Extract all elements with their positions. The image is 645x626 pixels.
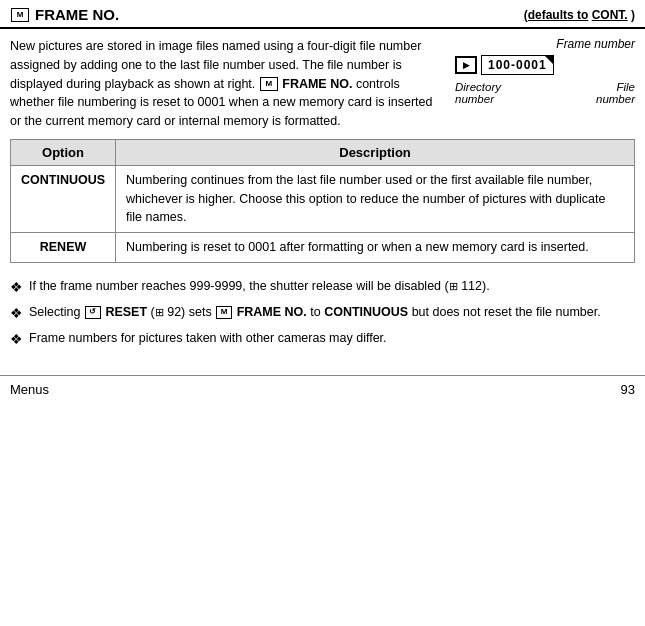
note-text-3: Frame numbers for pictures taken with ot…: [29, 329, 635, 350]
footer-menus: Menus: [10, 382, 49, 397]
note-3: ❖ Frame numbers for pictures taken with …: [10, 329, 635, 350]
option-description-cell: Numbering continues from the last file n…: [116, 165, 635, 232]
header-defaults: (defaults to CONT. ): [524, 8, 635, 22]
intro-text: New pictures are stored in image files n…: [10, 37, 445, 131]
file-label: File number: [596, 81, 635, 105]
frame-display: ▶ 100-0001: [455, 55, 554, 75]
inline-frame-icon: M: [260, 77, 278, 91]
col-description: Description: [116, 139, 635, 165]
header-title-group: M FRAME NO.: [10, 6, 119, 23]
frame-diagram: Frame number ▶ 100-0001 Directory number…: [455, 37, 635, 131]
diagram-labels: Directory number File number: [455, 81, 635, 105]
intro-section: New pictures are stored in image files n…: [0, 29, 645, 139]
frame-number-label: Frame number: [455, 37, 635, 51]
option-name-cell: CONTINUOUS: [11, 165, 116, 232]
playback-icon: ▶: [455, 56, 477, 74]
note-bullet-3: ❖: [10, 329, 23, 350]
note-2: ❖ Selecting ↺ RESET (⊞ 92) sets M FRAME …: [10, 303, 635, 324]
notes-section: ❖ If the frame number reaches 999-9999, …: [0, 273, 645, 365]
col-option: Option: [11, 139, 116, 165]
note-text-2: Selecting ↺ RESET (⊞ 92) sets M FRAME NO…: [29, 303, 635, 324]
reset-icon: ↺: [85, 306, 101, 319]
page-title: FRAME NO.: [35, 6, 119, 23]
frame-number-value: 100-0001: [481, 55, 554, 75]
directory-label: Directory number: [455, 81, 501, 105]
options-table: Option Description CONTINUOUSNumbering c…: [10, 139, 635, 263]
note-1: ❖ If the frame number reaches 999-9999, …: [10, 277, 635, 298]
page-header: M FRAME NO. (defaults to CONT. ): [0, 0, 645, 29]
frame-no-icon-2: M: [216, 306, 232, 319]
footer-page-number: 93: [621, 382, 635, 397]
option-description-cell: Numbering is reset to 0001 after formatt…: [116, 233, 635, 263]
note-bullet-2: ❖: [10, 303, 23, 324]
frame-no-icon: M: [11, 8, 29, 22]
note-text-1: If the frame number reaches 999-9999, th…: [29, 277, 635, 298]
note-bullet-1: ❖: [10, 277, 23, 298]
page-footer: Menus 93: [0, 375, 645, 403]
option-name-cell: RENEW: [11, 233, 116, 263]
